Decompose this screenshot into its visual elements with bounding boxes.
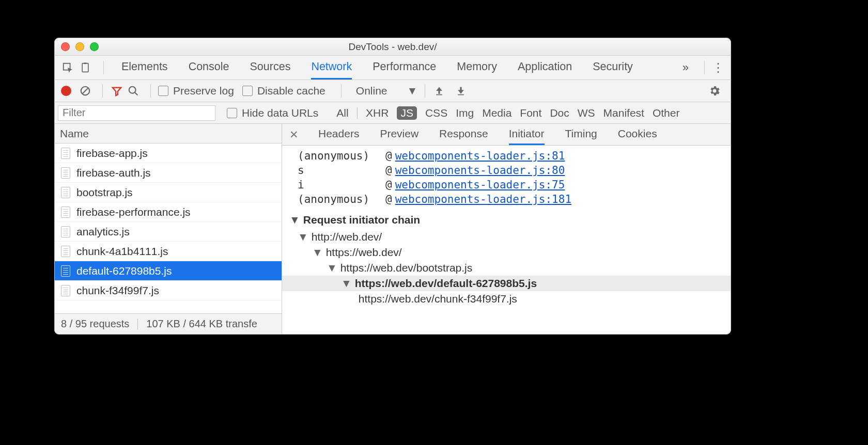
devtools-window: DevTools - web.dev/ ElementsConsoleSourc… [54,38,731,335]
tab-elements[interactable]: Elements [121,56,168,80]
tab-memory[interactable]: Memory [457,56,497,80]
filter-type-js[interactable]: JS [397,106,417,120]
kebab-menu-icon[interactable]: ⋮ [712,60,724,75]
filter-type-all[interactable]: All [336,107,348,119]
filter-type-other[interactable]: Other [653,107,680,119]
download-har-icon[interactable] [454,86,468,96]
settings-gear-icon[interactable] [708,85,721,97]
tab-security[interactable]: Security [593,56,633,80]
tab-sources[interactable]: Sources [250,56,291,80]
inspect-element-icon[interactable] [61,61,74,74]
filter-type-css[interactable]: CSS [425,107,447,119]
close-detail-icon[interactable]: ✕ [289,129,299,141]
detail-tab-initiator[interactable]: Initiator [509,124,545,145]
request-name: bootstrap.js [76,186,133,199]
request-row[interactable]: default-627898b5.js [55,261,282,281]
disable-cache-checkbox[interactable] [242,86,253,96]
initiator-chain-row[interactable]: ▼ https://web.dev/default-627898b5.js [282,276,731,291]
preserve-log-label: Preserve log [173,85,234,97]
disclosure-triangle-icon[interactable]: ▼ [298,231,312,243]
filter-type-ws[interactable]: WS [578,107,595,119]
stack-function: (anonymous) [298,193,385,205]
filter-type-doc[interactable]: Doc [550,107,569,119]
initiator-chain-row[interactable]: ▼ https://web.dev/bootstrap.js [282,260,731,276]
disclosure-triangle-icon[interactable]: ▼ [312,246,326,258]
file-icon [61,167,70,179]
file-icon [61,226,70,237]
stack-frame: i@webcomponents-loader.js:75 [282,178,731,192]
request-name: analytics.js [76,226,130,238]
request-row[interactable]: firebase-auth.js [55,163,282,183]
request-row[interactable]: chunk-4a1b4111.js [55,242,282,261]
stack-frame: (anonymous)@webcomponents-loader.js:81 [282,149,731,163]
detail-pane: ✕ HeadersPreviewResponseInitiatorTimingC… [282,124,731,334]
more-tabs-icon[interactable]: » [683,61,689,74]
divider [341,84,342,98]
filter-type-font[interactable]: Font [520,107,541,119]
titlebar: DevTools - web.dev/ [55,38,731,56]
preserve-log-checkbox[interactable] [158,86,168,96]
upload-har-icon[interactable] [432,86,446,96]
detail-tab-response[interactable]: Response [439,124,488,145]
request-row[interactable]: firebase-app.js [55,144,282,163]
hide-data-urls-checkbox[interactable] [227,108,237,118]
initiator-chain-row[interactable]: ▼ https://web.dev/ [282,245,731,260]
stack-source-link[interactable]: webcomponents-loader.js:80 [395,164,565,177]
svg-line-4 [83,88,88,94]
filter-type-xhr[interactable]: XHR [366,107,389,119]
tab-console[interactable]: Console [189,56,229,80]
file-icon [61,285,70,296]
divider [150,84,151,98]
request-row[interactable]: analytics.js [55,222,282,242]
detail-tab-cookies[interactable]: Cookies [618,124,657,145]
stack-source-link[interactable]: webcomponents-loader.js:81 [395,150,565,162]
throttling-select[interactable]: Online ▼ [356,85,418,97]
request-name: chunk-4a1b4111.js [76,245,168,258]
svg-line-6 [135,92,138,96]
disclosure-triangle-icon[interactable]: ▼ [289,214,300,226]
stack-function: i [298,179,385,191]
svg-rect-8 [458,94,464,96]
initiator-chain-row[interactable]: https://web.dev/chunk-f34f99f7.js [282,291,731,307]
disclosure-triangle-icon[interactable]: ▼ [341,277,355,289]
disclosure-triangle-icon[interactable]: ▼ [327,262,340,274]
search-icon[interactable] [127,85,140,97]
filter-type-media[interactable]: Media [482,107,512,119]
requests-list: firebase-app.jsfirebase-auth.jsbootstrap… [55,144,282,313]
svg-rect-1 [82,63,88,72]
name-column-header[interactable]: Name [55,124,282,144]
filter-type-img[interactable]: Img [456,107,474,119]
detail-tab-preview[interactable]: Preview [380,124,419,145]
chain-url: http://web.dev/ [312,231,382,243]
status-bar: 8 / 95 requests 107 KB / 644 KB transfe [55,313,282,334]
file-icon [61,206,70,218]
device-toolbar-icon[interactable] [79,61,92,74]
filter-input[interactable] [58,105,215,121]
request-name: firebase-performance.js [76,206,191,218]
request-count: 8 / 95 requests [61,318,129,330]
requests-pane: Name firebase-app.jsfirebase-auth.jsboot… [55,124,282,334]
request-row[interactable]: firebase-performance.js [55,202,282,222]
filter-type-manifest[interactable]: Manifest [603,107,644,119]
initiator-chain-row[interactable]: ▼ http://web.dev/ [282,229,731,245]
request-row[interactable]: bootstrap.js [55,183,282,202]
stack-source-link[interactable]: webcomponents-loader.js:181 [395,193,571,205]
filter-icon[interactable] [110,85,123,97]
tab-performance[interactable]: Performance [373,56,436,80]
clear-icon[interactable] [79,85,92,97]
network-toolbar: Preserve log Disable cache Online ▼ [55,80,731,102]
disable-cache-label: Disable cache [257,85,326,97]
hide-data-urls-label: Hide data URLs [242,107,318,119]
chain-url: https://web.dev/ [326,246,402,258]
tab-network[interactable]: Network [311,56,352,80]
divider [102,84,103,98]
detail-tab-headers[interactable]: Headers [318,124,359,145]
request-row[interactable]: chunk-f34f99f7.js [55,281,282,300]
stack-source-link[interactable]: webcomponents-loader.js:75 [395,179,565,191]
detail-tab-timing[interactable]: Timing [565,124,597,145]
request-name: chunk-f34f99f7.js [76,284,159,297]
divider [704,61,705,74]
tab-application[interactable]: Application [518,56,572,80]
file-icon [61,265,70,277]
record-button[interactable] [61,86,71,96]
